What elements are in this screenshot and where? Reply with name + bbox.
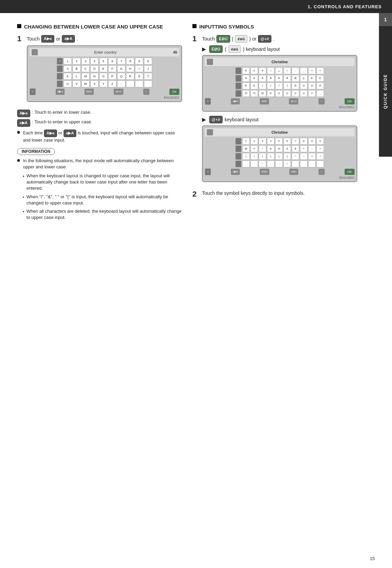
sub-bullet-text-1: When the keyboard layout is changed to u… xyxy=(26,173,182,192)
arrow2-line: ▶ @+# keyboard layout xyxy=(202,116,357,123)
btn-a-to-upper[interactable]: A▶a xyxy=(41,35,54,43)
info-box: INFORMATION xyxy=(17,148,55,155)
kbd-key-9[interactable]: 9 xyxy=(135,58,143,65)
arrow1-btn-light: éøü xyxy=(228,45,241,53)
top-bar-title: 1. CONTROLS AND FEATURES xyxy=(308,4,382,9)
kbd-number-row: ≡ 1 2 3 4 5 6 7 8 9 0 xyxy=(30,58,179,65)
kbd-top-bar: Enter country 45 xyxy=(30,48,179,56)
sym1-btn-abc[interactable]: ABC xyxy=(260,98,269,104)
right-step-1: 1 Touch ÉØÜ ( éøü ) or @+# . ▶ ÉØÜ ( éøü xyxy=(192,35,357,186)
sym1-btn-back[interactable]: ← xyxy=(318,98,325,104)
right-step-2: 2 Touch the symbol keys directly to inpu… xyxy=(192,190,357,198)
spec-side3 xyxy=(235,153,242,160)
bullet-dot-3: • xyxy=(23,209,24,221)
bullet-dot-1: • xyxy=(23,173,24,192)
sub-bullet-2: • When "/", "&", "." or "(" is input, th… xyxy=(23,194,182,206)
sub-bullet-1: • When the keyboard layout is changed to… xyxy=(23,173,182,192)
kbd-back-icon[interactable]: ↩ xyxy=(30,88,36,95)
kbd-side-icon: ≡ xyxy=(57,58,63,65)
right-heading-square-icon xyxy=(192,24,197,28)
info-bullet-icon xyxy=(17,159,20,162)
desc-item-1: A▶a : Touch to enter in lower case. xyxy=(17,110,182,117)
kbd-key-5[interactable]: 5 xyxy=(99,58,108,65)
kbd-btn-ok[interactable]: OK xyxy=(169,89,179,95)
kbd-row-klmno: KLMNOPQRST xyxy=(30,73,179,80)
spec-btn-eou[interactable]: ÉØÜ xyxy=(260,169,269,175)
kbd-key-8[interactable]: 8 xyxy=(126,58,134,65)
spec-row4: , ' " ; : / xyxy=(205,160,355,167)
each-time-line: Each time A▶a or a▶A is touched, input w… xyxy=(17,130,182,143)
btn-eou-lower[interactable]: éøü xyxy=(235,35,247,43)
each-time-text: Each time A▶a or a▶A is touched, input w… xyxy=(23,130,182,143)
kbd-btn-back[interactable]: ← xyxy=(143,89,149,95)
spec-btn-abc[interactable]: ABC xyxy=(289,169,298,175)
kbd-key-7[interactable]: 7 xyxy=(117,58,125,65)
sym1-side1 xyxy=(235,67,242,74)
btn-atplus[interactable]: @+# xyxy=(258,35,271,43)
right-touch-label: Touch xyxy=(202,36,215,42)
btn-a-to-lower[interactable]: a▶A xyxy=(62,35,75,43)
spec-btn-back[interactable]: ← xyxy=(318,169,325,175)
right-step1-period: . xyxy=(273,36,275,42)
kbd-sym2-icon xyxy=(207,129,213,135)
spec-row2: @ # * & % § $ + - = xyxy=(205,145,355,152)
kbd-key-3[interactable]: 3 xyxy=(81,58,90,65)
sub-bullet-text-2: When "/", "&", "." or "(" is input, the … xyxy=(26,194,182,206)
kbd-key-0[interactable]: 0 xyxy=(144,58,152,65)
sym1-row2: À Á Â Ã Ä Å Æ Ç È É xyxy=(205,75,355,82)
kbd-btn-ata[interactable]: A▶a xyxy=(56,89,65,95)
sub-bullet-3: • When all characters are deleted, the k… xyxy=(23,208,182,221)
spec-side2 xyxy=(235,145,242,152)
right-step2-number: 2 xyxy=(192,190,199,198)
step1-touch-label: Touch xyxy=(27,36,40,42)
kbd-key-4[interactable]: 4 xyxy=(90,58,99,65)
kbd-sym2-topbar: Christine xyxy=(205,128,355,136)
spec-btn-ok[interactable]: OK xyxy=(345,169,355,175)
bullet-circle-icon xyxy=(17,131,20,134)
left-step-1: 1 Touch A▶a or a▶A . Enter country 45 xyxy=(17,35,182,105)
spec-back-icon[interactable]: ↩ xyxy=(205,168,211,175)
spec-side4 xyxy=(235,160,242,167)
kbd-key-1[interactable]: 1 xyxy=(64,58,72,65)
right-heading-text: INPUTTING SYMBOLS xyxy=(199,23,254,30)
arrow1-btn-eou: ÉØÜ xyxy=(209,45,223,53)
desc-text-1: : Touch to enter in lower case. xyxy=(32,110,91,115)
desc-block: A▶a : Touch to enter in lower case. a▶A … xyxy=(17,110,182,127)
kbd-btn-eou[interactable]: ÉØÜ xyxy=(85,89,94,95)
kbd-bottom-row: ↩ A▶a ÉØÜ @+# ← OK xyxy=(30,88,179,95)
sym1-btn-ok[interactable]: OK xyxy=(345,98,355,104)
paren-close-or: ) or xyxy=(249,36,256,42)
arrow1-icon: ▶ xyxy=(202,46,206,52)
sym1-back-icon[interactable]: ↩ xyxy=(205,98,211,105)
kbd-caps[interactable] xyxy=(57,73,63,80)
step1-line: Touch A▶a or a▶A . xyxy=(27,35,182,43)
kbd-field-text: Enter country xyxy=(94,50,116,54)
right-step1-content: Touch ÉØÜ ( éøü ) or @+# . ▶ ÉØÜ ( éøü )… xyxy=(202,35,357,186)
sym1-row4: Õ Ö Ø ß Ù Ú Û Ü Ý _ xyxy=(205,90,355,97)
kbd-btn-at[interactable]: @+# xyxy=(114,89,123,95)
right-column: INPUTTING SYMBOLS 1 Touch ÉØÜ ( éøü ) or… xyxy=(192,23,357,223)
kbd-row-uvwxy: UVWXYZ-,. xyxy=(30,80,179,87)
kbd-key-2[interactable]: 2 xyxy=(72,58,81,65)
kbd-key-6[interactable]: 6 xyxy=(108,58,116,65)
left-heading-text: CHANGING BETWEEN LOWER CASE AND UPPER CA… xyxy=(24,23,163,30)
kbd-icon xyxy=(32,49,38,55)
spec-row1: 1 2 3 4 5 6 7 8 9 0 xyxy=(205,138,355,145)
right-step2-text: Touch the symbol keys directly to input … xyxy=(202,190,305,196)
sym1-btn-at[interactable]: @+# xyxy=(289,98,298,104)
sidebar-label: QUICK GUIDE xyxy=(383,74,388,109)
sym1-row1: € £ ¥ \ ¿ i : _ < > xyxy=(205,67,355,74)
step1-or: or xyxy=(56,36,60,42)
top-bar: 1. CONTROLS AND FEATURES xyxy=(0,0,392,13)
sym1-btn-aua[interactable]: a▶A xyxy=(231,98,240,104)
desc-text-2: : Touch to enter in upper case. xyxy=(32,119,92,124)
paren-open: ( xyxy=(232,36,234,42)
spec-side1 xyxy=(235,138,242,145)
spec-btn-aua[interactable]: a▶A xyxy=(231,169,240,175)
kbd-sym-left[interactable] xyxy=(57,80,63,87)
keyboard-screenshot-1: Enter country 45 ≡ 1 2 3 4 5 6 7 8 xyxy=(27,45,182,102)
kbd-shift[interactable] xyxy=(57,65,63,72)
info-bullet: In the following situations, the input m… xyxy=(17,158,182,170)
btn-eou-upper[interactable]: ÉØÜ xyxy=(216,35,230,43)
arrow1-paren-close: ) keyboard layout xyxy=(243,46,280,52)
